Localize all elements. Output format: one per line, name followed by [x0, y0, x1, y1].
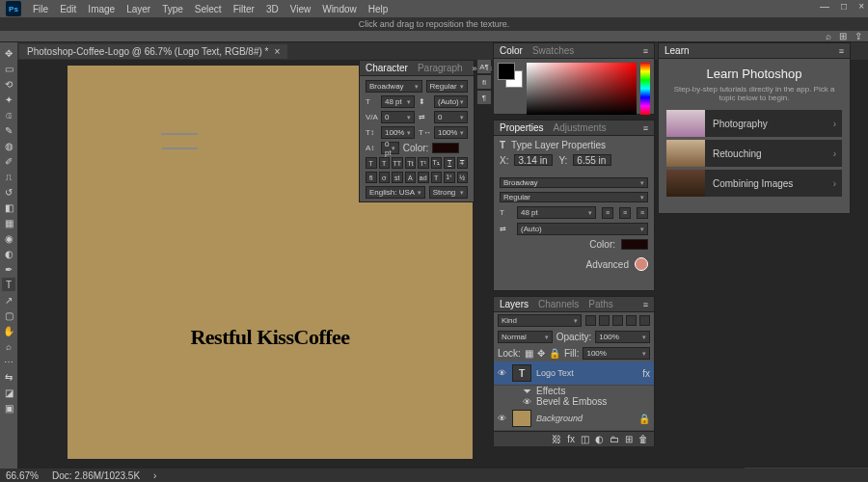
- learn-tab[interactable]: Learn: [665, 45, 690, 56]
- close-tab-icon[interactable]: ×: [275, 46, 281, 57]
- layer-name[interactable]: Background: [536, 414, 634, 423]
- x-input[interactable]: 3.14 in: [514, 154, 553, 166]
- 3d-icon[interactable]: [635, 257, 648, 271]
- vscale-input[interactable]: 100%: [381, 126, 415, 139]
- layer-row[interactable]: 👁 T Logo Text fx: [494, 362, 654, 386]
- wand-tool[interactable]: ✦: [2, 93, 15, 106]
- crop-tool[interactable]: ⟃: [2, 108, 15, 121]
- menu-filter[interactable]: Filter: [233, 4, 255, 14]
- scale-slider[interactable]: [161, 133, 198, 135]
- history-brush-tool[interactable]: ↺: [2, 185, 15, 199]
- fx-badge[interactable]: fx: [642, 368, 650, 379]
- y-input[interactable]: 6.55 in: [573, 154, 611, 166]
- swap-colors-icon[interactable]: ⇆: [2, 370, 15, 384]
- paragraph-tab[interactable]: Paragraph: [418, 63, 463, 73]
- lock-position-icon[interactable]: ✥: [537, 348, 545, 359]
- allcaps-button[interactable]: TT: [392, 157, 403, 169]
- workspace-icon[interactable]: ⊞: [839, 31, 847, 41]
- props-style-select[interactable]: Regular: [500, 192, 648, 202]
- share-icon[interactable]: ⇪: [854, 31, 862, 41]
- layer-row[interactable]: 👁 Background 🔒: [494, 407, 654, 431]
- dodge-tool[interactable]: ◐: [2, 247, 15, 260]
- fg-bg-swatch[interactable]: ◪: [2, 386, 15, 399]
- paths-tab[interactable]: Paths: [588, 299, 613, 309]
- font-size-input[interactable]: 48 pt: [381, 95, 415, 108]
- properties-tab[interactable]: Properties: [500, 122, 544, 133]
- menu-edit[interactable]: Edit: [60, 4, 76, 14]
- hand-tool[interactable]: ✋: [2, 324, 15, 337]
- props-size-input[interactable]: 48 pt: [517, 206, 596, 219]
- kerning-input[interactable]: 0: [381, 111, 415, 123]
- strike-button[interactable]: T̶: [457, 157, 469, 169]
- panel-collapse-icon[interactable]: »: [473, 64, 477, 73]
- effect-bevel-row[interactable]: 👁Bevel & Emboss: [494, 396, 654, 407]
- bold-button[interactable]: T: [366, 157, 377, 169]
- panel-menu-icon[interactable]: ≡: [643, 123, 648, 133]
- opentype-sigma[interactable]: σ: [379, 172, 391, 183]
- font-family-select[interactable]: Broadway: [366, 80, 422, 93]
- opentype-st[interactable]: st: [392, 172, 403, 183]
- side-tab-glyphs[interactable]: fi: [477, 75, 491, 89]
- learn-item-combining[interactable]: Combining Images›: [666, 170, 842, 197]
- color-picker-field[interactable]: [527, 63, 637, 115]
- window-maximize[interactable]: □: [841, 1, 847, 12]
- underline-button[interactable]: T̲: [444, 157, 455, 169]
- color-tab[interactable]: Color: [500, 45, 523, 56]
- shape-tool[interactable]: ▢: [2, 308, 15, 322]
- panel-menu-icon[interactable]: ≡: [643, 300, 648, 309]
- opentype-T[interactable]: T: [431, 172, 443, 183]
- healing-tool[interactable]: ◍: [2, 139, 15, 152]
- filter-pixel-icon[interactable]: [585, 315, 596, 326]
- swatches-tab[interactable]: Swatches: [532, 45, 574, 56]
- smallcaps-button[interactable]: Tt: [405, 157, 417, 169]
- align-right-icon[interactable]: ≡: [637, 207, 648, 219]
- visibility-icon[interactable]: 👁: [498, 414, 507, 423]
- more-tools[interactable]: ⋯: [2, 355, 15, 368]
- effects-row[interactable]: ⏷Effects: [494, 386, 654, 396]
- align-left-icon[interactable]: ≡: [602, 207, 613, 219]
- menu-image[interactable]: Image: [88, 4, 115, 14]
- opentype-A[interactable]: A: [405, 172, 417, 183]
- move-tool[interactable]: ✥: [2, 46, 15, 60]
- opacity-input[interactable]: 100%: [595, 331, 650, 343]
- filter-adjust-icon[interactable]: [599, 315, 610, 326]
- depth-slider[interactable]: [162, 147, 198, 149]
- search-icon[interactable]: ⌕: [826, 31, 831, 41]
- italic-button[interactable]: T: [379, 157, 391, 169]
- layer-fx-icon[interactable]: fx: [567, 434, 575, 444]
- filter-smart-icon[interactable]: [639, 315, 650, 326]
- panel-menu-icon[interactable]: ≡: [643, 46, 648, 56]
- path-tool[interactable]: ↗: [2, 293, 15, 307]
- opentype-frac[interactable]: ½: [457, 172, 469, 183]
- filter-kind[interactable]: Kind: [498, 314, 582, 327]
- blend-mode-select[interactable]: Normal: [498, 331, 553, 343]
- opentype-fi[interactable]: fi: [366, 172, 377, 183]
- zoom-tool[interactable]: ⌕: [2, 339, 15, 353]
- antialias-select[interactable]: Strong: [429, 186, 468, 199]
- align-center-icon[interactable]: ≡: [619, 207, 631, 219]
- logo-text-layer[interactable]: Restful KissCoffee: [190, 325, 349, 350]
- fill-input[interactable]: 100%: [583, 347, 650, 360]
- leading-input[interactable]: (Auto): [434, 95, 468, 108]
- text-color-swatch[interactable]: [432, 143, 459, 153]
- new-layer-icon[interactable]: ⊞: [625, 434, 633, 444]
- learn-item-retouching[interactable]: Retouching›: [666, 140, 842, 167]
- menu-file[interactable]: File: [33, 4, 48, 14]
- props-font-select[interactable]: Broadway: [500, 177, 648, 188]
- props-track-input[interactable]: (Auto): [517, 223, 648, 235]
- visibility-icon[interactable]: 👁: [498, 368, 507, 378]
- layer-mask-icon[interactable]: ◫: [581, 434, 589, 444]
- pen-tool[interactable]: ✒: [2, 262, 15, 276]
- hscale-input[interactable]: 100%: [434, 126, 468, 139]
- group-icon[interactable]: 🗀: [610, 434, 619, 444]
- font-style-select[interactable]: Regular: [426, 80, 468, 93]
- marquee-tool[interactable]: ▭: [2, 62, 15, 75]
- lock-pixels-icon[interactable]: ▦: [525, 348, 533, 359]
- brush-tool[interactable]: ✐: [2, 154, 15, 168]
- adjustment-layer-icon[interactable]: ◐: [595, 434, 604, 444]
- filter-shape-icon[interactable]: [626, 315, 637, 326]
- menu-select[interactable]: Select: [195, 4, 222, 14]
- superscript-button[interactable]: T¹: [418, 157, 429, 169]
- window-close[interactable]: ×: [858, 1, 864, 12]
- lock-all-icon[interactable]: 🔒: [549, 348, 560, 359]
